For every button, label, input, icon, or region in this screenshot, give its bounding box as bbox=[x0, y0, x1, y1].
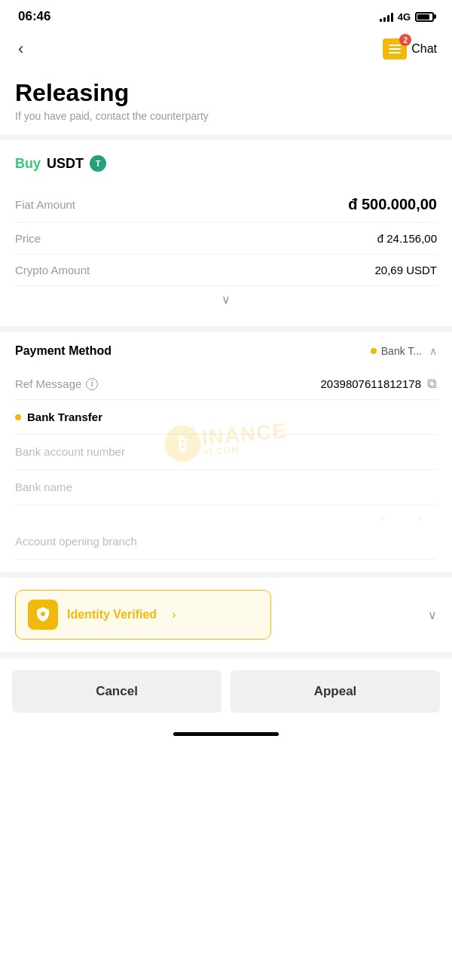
coin-label: USDT bbox=[47, 156, 84, 172]
method-tag-label: Bank T... bbox=[381, 345, 422, 357]
fiat-amount-label: Fiat Amount bbox=[15, 198, 75, 211]
page-title-section: Releasing If you have paid, contact the … bbox=[0, 71, 452, 134]
bank-transfer-row: Bank Transfer bbox=[15, 400, 437, 435]
home-indicator bbox=[0, 725, 452, 742]
svg-point-0 bbox=[41, 612, 45, 616]
payment-section: Payment Method Bank T... ∧ Ref Message i… bbox=[0, 332, 452, 572]
copy-icon[interactable]: ⧉ bbox=[427, 376, 437, 392]
branch-label: Account opening branch bbox=[15, 535, 137, 548]
cancel-button[interactable]: Cancel bbox=[12, 670, 221, 713]
section-divider-1 bbox=[0, 134, 452, 140]
usdt-icon: T bbox=[90, 155, 106, 172]
payment-section-wrapper: Payment Method Bank T... ∧ Ref Message i… bbox=[0, 332, 452, 572]
fiat-amount-row: Fiat Amount đ 500.000,00 bbox=[15, 187, 437, 223]
bank-name-row: Bank name bbox=[15, 470, 437, 505]
page-subtitle: If you have paid, contact the counterpar… bbox=[15, 110, 437, 122]
bank-account-row: Bank account number bbox=[15, 435, 437, 470]
section-divider-4 bbox=[0, 652, 452, 658]
identity-label: Identity Verified bbox=[67, 608, 157, 621]
status-icons: 4G bbox=[380, 11, 434, 23]
network-label: 4G bbox=[398, 11, 411, 23]
status-time: 06:46 bbox=[18, 9, 50, 24]
ref-label: Ref Message i bbox=[15, 377, 98, 390]
bank-account-label: Bank account number bbox=[15, 445, 125, 458]
status-bar: 06:46 4G bbox=[0, 0, 452, 30]
dots-row: . . bbox=[15, 505, 437, 524]
ref-value: 2039807611812178 ⧉ bbox=[321, 376, 437, 392]
shield-icon bbox=[28, 600, 58, 630]
home-bar bbox=[173, 732, 279, 736]
bank-transfer-dot bbox=[15, 414, 21, 420]
nav-header: ‹ 2 Chat bbox=[0, 30, 452, 71]
identity-card[interactable]: Identity Verified › bbox=[15, 590, 271, 640]
page-title: Releasing bbox=[15, 78, 437, 107]
trade-info-section: Buy USDT T Fiat Amount đ 500.000,00 Pric… bbox=[0, 140, 452, 326]
crypto-amount-value: 20,69 USDT bbox=[374, 264, 437, 276]
appeal-button[interactable]: Appeal bbox=[231, 670, 440, 713]
ref-message-row: Ref Message i 2039807611812178 ⧉ bbox=[15, 368, 437, 400]
expand-arrow[interactable]: ∨ bbox=[15, 286, 437, 319]
collapse-arrow-icon: ∧ bbox=[429, 345, 437, 357]
ref-info-icon[interactable]: i bbox=[86, 378, 98, 390]
buy-label: Buy bbox=[15, 156, 41, 172]
signal-icon bbox=[380, 11, 393, 22]
ref-number: 2039807611812178 bbox=[321, 377, 421, 390]
price-value: đ 24.156,00 bbox=[377, 232, 437, 245]
price-row: Price đ 24.156,00 bbox=[15, 223, 437, 255]
bottom-buttons: Cancel Appeal bbox=[0, 658, 452, 725]
identity-section: Identity Verified › ∨ bbox=[0, 578, 452, 652]
crypto-amount-label: Crypto Amount bbox=[15, 264, 90, 276]
bank-transfer-label: Bank Transfer bbox=[27, 411, 102, 423]
battery-icon bbox=[415, 12, 434, 22]
section-divider-3 bbox=[0, 572, 452, 578]
branch-row: Account opening branch bbox=[15, 524, 437, 560]
chat-label: Chat bbox=[411, 42, 437, 56]
fiat-amount-value: đ 500.000,00 bbox=[348, 196, 437, 213]
bank-name-label: Bank name bbox=[15, 481, 72, 493]
payment-title: Payment Method bbox=[15, 344, 111, 358]
section-divider-2 bbox=[0, 326, 452, 332]
back-button[interactable]: ‹ bbox=[15, 36, 26, 62]
chat-button[interactable]: 2 Chat bbox=[383, 38, 437, 60]
trade-type-row: Buy USDT T bbox=[15, 155, 437, 172]
chat-badge: 2 bbox=[399, 34, 411, 46]
chat-icon: 2 bbox=[383, 38, 407, 60]
payment-header: Payment Method Bank T... ∧ bbox=[15, 344, 437, 358]
crypto-amount-row: Crypto Amount 20,69 USDT bbox=[15, 255, 437, 286]
identity-collapse-icon[interactable]: ∨ bbox=[428, 608, 437, 622]
price-label: Price bbox=[15, 232, 41, 245]
payment-method-tag[interactable]: Bank T... ∧ bbox=[371, 345, 437, 357]
identity-arrow-icon: › bbox=[172, 608, 176, 621]
bank-dot-icon bbox=[371, 348, 377, 354]
